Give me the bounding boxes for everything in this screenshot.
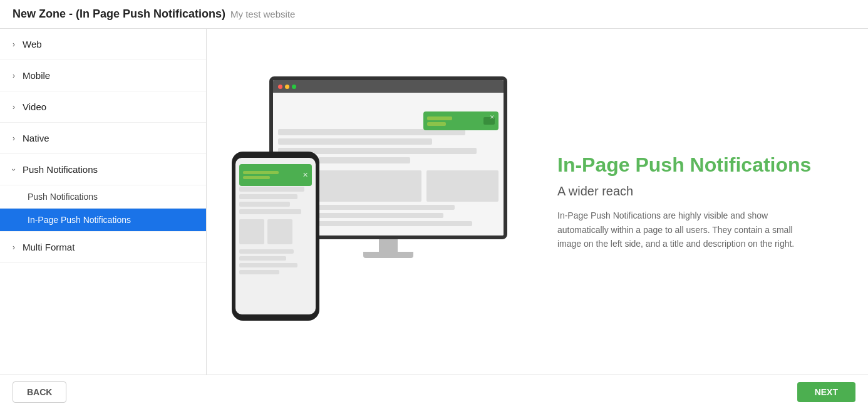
sidebar-sub-in-page-label: In-Page Push Notifications [28, 215, 131, 225]
chevron-right-icon: › [13, 103, 15, 111]
popup-bar-2 [427, 122, 446, 126]
monitor-base [363, 252, 413, 258]
sidebar: › Web › Mobile › Video › Native › Push N… [0, 29, 207, 375]
sidebar-item-push-label: Push Notifications [23, 164, 98, 175]
phone-notification-popup: ✕ [239, 164, 312, 186]
phone-line [239, 263, 297, 267]
sidebar-sub-in-page-push[interactable]: In-Page Push Notifications [0, 209, 206, 232]
back-button[interactable]: BACK [13, 381, 66, 403]
sidebar-item-video-label: Video [23, 101, 46, 112]
header: New Zone - (In Page Push Notifications) … [0, 0, 868, 29]
sidebar-item-mobile-label: Mobile [23, 70, 50, 81]
info-title: In-Page Push Notifications [557, 153, 818, 177]
dot-yellow [285, 85, 289, 89]
phone-content-lines [235, 183, 316, 278]
phone-screen: ✕ [235, 158, 316, 314]
phone-line [239, 249, 294, 254]
phone: ✕ [232, 152, 319, 321]
popup-text-block [427, 116, 483, 126]
chevron-down-icon: › [9, 168, 18, 171]
sidebar-item-multi-format-label: Multi Format [23, 242, 75, 252]
phone-line [239, 256, 286, 261]
phone-popup-text [243, 171, 302, 179]
chevron-right-icon: › [13, 71, 15, 80]
phone-block [239, 219, 264, 244]
sidebar-item-web[interactable]: › Web [0, 29, 206, 60]
sidebar-item-push-notifications[interactable]: › Push Notifications [0, 154, 206, 185]
sidebar-item-native[interactable]: › Native [0, 123, 206, 154]
chevron-right-icon: › [13, 134, 15, 143]
page-title: New Zone - (In Page Push Notifications) [13, 8, 225, 21]
next-button[interactable]: NEXT [797, 382, 855, 402]
chevron-right-icon: › [13, 243, 15, 252]
sidebar-item-native-label: Native [23, 133, 49, 143]
phone-popup-bar-2 [243, 176, 270, 179]
sidebar-sub-push-label: Push Notifications [28, 192, 98, 202]
phone-line [239, 202, 290, 207]
illustration: ✕ [232, 76, 532, 327]
phone-line [239, 209, 301, 214]
popup-bar-1 [427, 116, 452, 120]
info-panel: In-Page Push Notifications A wider reach… [532, 140, 843, 264]
phone-line [239, 194, 297, 199]
footer: BACK NEXT [0, 375, 868, 409]
dot-red [278, 85, 282, 89]
phone-block [267, 219, 292, 244]
main-content: › Web › Mobile › Video › Native › Push N… [0, 29, 868, 375]
sidebar-item-web-label: Web [23, 39, 42, 49]
chevron-right-icon: › [13, 40, 15, 49]
sidebar-item-video[interactable]: › Video [0, 91, 206, 123]
info-subtitle: A wider reach [557, 184, 818, 199]
dot-green [292, 85, 296, 89]
page-subtitle: My test website [230, 9, 295, 19]
phone-blocks [239, 219, 312, 244]
monitor-notification-popup: ✕ [423, 111, 499, 130]
monitor-stand [379, 239, 398, 252]
phone-popup-close-icon: ✕ [302, 171, 308, 179]
content-block-narrow [426, 170, 499, 202]
popup-close-icon: ✕ [490, 114, 496, 120]
content-area: ✕ [207, 29, 868, 375]
sidebar-sub-push-notifications[interactable]: Push Notifications [0, 185, 206, 209]
phone-popup-bar-1 [243, 171, 279, 174]
info-description: In-Page Push Notifications are highly vi… [557, 209, 818, 251]
sidebar-item-multi-format[interactable]: › Multi Format [0, 232, 206, 263]
content-line [278, 138, 432, 145]
phone-line [239, 270, 279, 274]
phone-line [239, 187, 304, 192]
monitor-notch [273, 80, 504, 93]
sidebar-item-mobile[interactable]: › Mobile [0, 60, 206, 91]
